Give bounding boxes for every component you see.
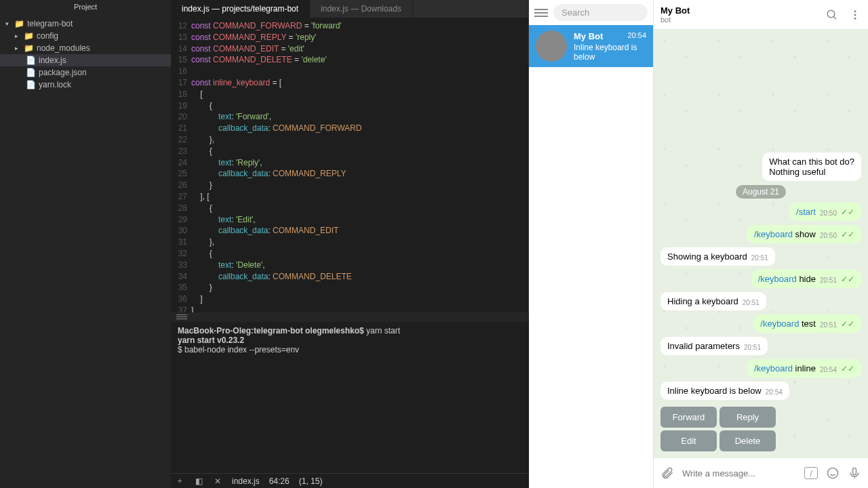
inline-keyboard: ForwardReplyEditDelete xyxy=(660,407,776,451)
close-icon[interactable]: ✕ xyxy=(213,476,222,486)
date-badge: August 21 xyxy=(736,185,786,199)
chevron-down-icon: ▾ xyxy=(5,20,12,27)
folder-icon: 📁 xyxy=(14,19,24,28)
read-ticks-icon: ✓✓ xyxy=(841,274,854,284)
svg-point-0 xyxy=(827,10,835,18)
file-icon: 📄 xyxy=(26,56,36,65)
message-bubble-out[interactable]: /keyboard inline20:54✓✓ xyxy=(747,359,861,378)
message-composer: / xyxy=(654,458,868,488)
chat-title: My Bot xyxy=(660,5,690,16)
svg-point-4 xyxy=(854,17,856,19)
svg-point-3 xyxy=(854,14,856,16)
message-text: /keyboard inline xyxy=(754,363,816,373)
tree-folder[interactable]: ▸📁config xyxy=(0,30,171,42)
message-time: 20:50 xyxy=(820,232,837,239)
message-time: 20:51 xyxy=(820,277,837,284)
avatar xyxy=(536,30,567,62)
message-text: /keyboard show xyxy=(754,229,816,239)
message-bubble-out[interactable]: /keyboard show20:50✓✓ xyxy=(747,225,861,243)
message-bubble-in[interactable]: Hiding a keyboard20:51 xyxy=(660,292,766,310)
search-icon[interactable] xyxy=(826,9,838,21)
more-icon[interactable] xyxy=(849,9,861,21)
project-sidebar: Project ▾ 📁 telegram-bot ▸📁config▸📁node_… xyxy=(0,0,171,488)
chat-pane: My Bot bot What can this bot do? Nothing… xyxy=(654,0,868,488)
telegram-app: Search My Bot 20:54 Inline keyboard is b… xyxy=(529,0,868,488)
tree-folder[interactable]: ▸📁node_modules xyxy=(0,42,171,54)
chat-subtitle: bot xyxy=(660,16,690,24)
code-editor[interactable]: 1213141516171819202122232425262728293031… xyxy=(171,18,529,312)
info-question: What can this bot do? xyxy=(769,157,854,167)
tree-label: node_modules xyxy=(37,43,90,53)
message-bubble-out[interactable]: /keyboard test20:51✓✓ xyxy=(753,314,861,333)
message-bubble-out[interactable]: /keyboard hide20:51✓✓ xyxy=(751,270,861,288)
chat-preview: Inline keyboard is below xyxy=(574,43,646,62)
inline-button[interactable]: Reply xyxy=(719,407,776,428)
message-text: /keyboard hide xyxy=(758,274,816,284)
terminal-panel[interactable]: MacBook-Pro-Oleg:telegram-bot olegmelesh… xyxy=(171,322,529,488)
svg-point-2 xyxy=(854,10,856,12)
message-text: Showing a keyboard xyxy=(667,251,747,262)
message-time: 20:50 xyxy=(820,209,837,217)
file-icon: 📄 xyxy=(26,80,36,89)
tree-root[interactable]: ▾ 📁 telegram-bot xyxy=(0,18,171,30)
editor-tab[interactable]: index.js — Downloads xyxy=(310,0,413,18)
file-tree: ▾ 📁 telegram-bot ▸📁config▸📁node_modules … xyxy=(0,14,171,95)
hamburger-icon[interactable] xyxy=(534,9,548,17)
message-time: 20:51 xyxy=(743,299,760,306)
search-input[interactable]: Search xyxy=(553,4,648,21)
emoji-icon[interactable] xyxy=(826,466,840,480)
add-icon[interactable]: ＋ xyxy=(175,476,184,486)
editor-tabs: index.js — projects/telegram-botindex.js… xyxy=(171,0,529,18)
attach-icon[interactable] xyxy=(660,466,674,480)
chat-header: My Bot bot xyxy=(654,0,868,30)
message-text: Hiding a keyboard xyxy=(667,296,738,306)
inline-button[interactable]: Forward xyxy=(660,407,717,428)
status-file: index.js xyxy=(232,476,260,486)
message-bubble-out[interactable]: /start20:50✓✓ xyxy=(789,203,861,221)
drag-icon xyxy=(176,314,187,320)
tree-file[interactable]: 📄yarn.lock xyxy=(0,79,171,91)
sidebar-title: Project xyxy=(0,0,171,14)
message-time: 20:54 xyxy=(766,388,783,396)
tree-label: config xyxy=(37,31,58,41)
tree-label: telegram-bot xyxy=(27,19,73,28)
bot-info-card: What can this bot do? Nothing useful xyxy=(762,152,861,181)
tree-label: yarn.lock xyxy=(39,80,71,89)
info-answer: Nothing useful xyxy=(769,167,854,177)
mic-icon[interactable] xyxy=(848,466,861,480)
command-icon[interactable]: / xyxy=(804,467,818,479)
tree-label: package.json xyxy=(39,68,87,77)
svg-point-5 xyxy=(828,468,838,479)
read-ticks-icon: ✓✓ xyxy=(841,207,854,217)
message-text: Invalid parameters xyxy=(667,341,740,351)
message-time: 20:51 xyxy=(820,321,837,329)
folder-icon: 📁 xyxy=(24,43,34,53)
message-text: Inline keyboard is below xyxy=(667,386,762,396)
split-icon[interactable]: ◧ xyxy=(194,476,203,486)
terminal-drag-handle[interactable] xyxy=(171,312,529,322)
chat-list-item[interactable]: My Bot 20:54 Inline keyboard is below xyxy=(529,25,653,67)
tree-file[interactable]: 📄index.js xyxy=(0,54,171,66)
message-input[interactable] xyxy=(682,468,796,479)
read-ticks-icon: ✓✓ xyxy=(841,230,854,239)
chat-name: My Bot xyxy=(574,31,603,41)
message-bubble-in[interactable]: Inline keyboard is below20:54 xyxy=(660,382,789,400)
message-time: 20:51 xyxy=(744,344,761,351)
message-text: /start xyxy=(796,207,816,217)
message-bubble-in[interactable]: Invalid parameters20:51 xyxy=(660,337,768,355)
chat-time: 20:54 xyxy=(627,31,646,41)
inline-button[interactable]: Delete xyxy=(719,430,776,451)
message-bubble-in[interactable]: Showing a keyboard20:51 xyxy=(660,247,775,266)
line-gutter: 1213141516171819202122232425262728293031… xyxy=(171,18,191,312)
message-text: /keyboard test xyxy=(760,319,816,329)
inline-button[interactable]: Edit xyxy=(660,430,717,451)
status-bar: ＋ ◧ ✕ index.js 64:26 (1, 15) xyxy=(171,473,529,488)
status-ratio: 64:26 xyxy=(269,476,290,486)
tree-file[interactable]: 📄package.json xyxy=(0,66,171,79)
message-time: 20:51 xyxy=(751,254,768,262)
svg-rect-6 xyxy=(853,468,856,475)
read-ticks-icon: ✓✓ xyxy=(841,319,854,329)
message-list[interactable]: What can this bot do? Nothing useful Aug… xyxy=(654,30,868,458)
message-time: 20:54 xyxy=(820,366,837,373)
editor-tab[interactable]: index.js — projects/telegram-bot xyxy=(171,0,310,18)
